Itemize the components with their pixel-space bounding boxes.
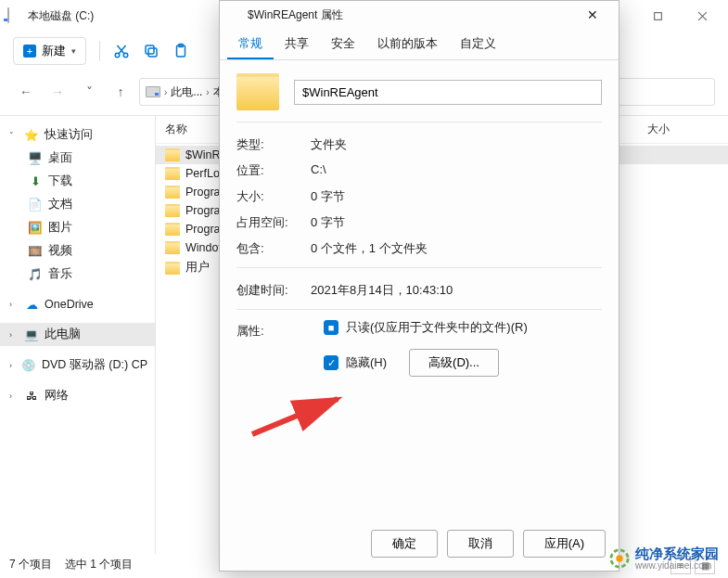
- breadcrumb-seg[interactable]: 此电...: [171, 84, 202, 100]
- pc-icon: 💻: [24, 328, 39, 342]
- watermark-icon: [609, 548, 630, 569]
- tab-general[interactable]: 常规: [227, 29, 274, 59]
- selected-count: 选中 1 个项目: [65, 557, 133, 572]
- drive-icon: [7, 8, 22, 23]
- apply-button[interactable]: 应用(A): [523, 530, 606, 558]
- sidebar-item-dvd[interactable]: ›💿DVD 驱动器 (D:) CP: [0, 353, 155, 377]
- folder-icon: [165, 262, 180, 275]
- value-contains: 0 个文件，1 个文件夹: [311, 240, 602, 257]
- hidden-label: 隐藏(H): [346, 354, 387, 371]
- paste-icon[interactable]: [172, 43, 189, 59]
- folder-name-input[interactable]: [294, 80, 602, 105]
- new-button[interactable]: + 新建 ▾: [13, 37, 86, 65]
- value-disk: 0 字节: [311, 214, 602, 231]
- readonly-checkbox[interactable]: ■: [324, 320, 338, 335]
- sidebar: ˅⭐快速访问 🖥️桌面 ⬇下载 📄文档 🖼️图片 🎞️视频 🎵音乐 ›☁OneD…: [0, 116, 156, 554]
- svg-rect-1: [654, 12, 661, 19]
- status-bar: 7 个项目 选中 1 个项目: [9, 557, 133, 572]
- label-location: 位置:: [236, 162, 311, 179]
- sidebar-item-desktop[interactable]: 🖥️桌面: [0, 147, 155, 170]
- sidebar-item-thispc[interactable]: ›💻此电脑: [0, 323, 155, 346]
- value-type: 文件夹: [311, 136, 602, 153]
- folder-icon: [236, 73, 279, 110]
- up-button[interactable]: ˅: [76, 79, 102, 105]
- sidebar-item-music[interactable]: 🎵音乐: [0, 263, 155, 286]
- folder-icon: [165, 204, 180, 217]
- value-size: 0 字节: [311, 188, 602, 205]
- separator: [99, 41, 100, 61]
- svg-line-7: [118, 45, 125, 54]
- svg-rect-9: [146, 45, 154, 54]
- sidebar-item-downloads[interactable]: ⬇下载: [0, 170, 155, 193]
- network-icon: 🖧: [24, 389, 39, 404]
- svg-rect-8: [148, 48, 157, 57]
- watermark-url: www.yidaimei.com: [635, 560, 719, 571]
- plus-icon: +: [23, 45, 36, 58]
- music-icon: 🎵: [28, 267, 43, 282]
- value-created: 2021年8月14日，10:43:10: [311, 282, 602, 299]
- sidebar-item-pictures[interactable]: 🖼️图片: [0, 216, 155, 239]
- folder-icon: [227, 7, 242, 22]
- label-disk: 占用空间:: [236, 214, 311, 231]
- col-size[interactable]: 大小: [647, 122, 712, 137]
- window-title: 本地磁盘 (C:): [28, 8, 94, 24]
- maximize-button[interactable]: [639, 3, 676, 29]
- watermark-title: 纯净系统家园: [635, 546, 719, 562]
- tab-sharing[interactable]: 共享: [274, 29, 320, 59]
- up-arrow-button[interactable]: ↑: [108, 79, 134, 105]
- properties-dialog: $WinREAgent 属性 ✕ 常规 共享 安全 以前的版本 自定义 类型:文…: [219, 0, 619, 572]
- tabs: 常规 共享 安全 以前的版本 自定义: [220, 29, 619, 60]
- close-button[interactable]: [683, 3, 721, 29]
- label-type: 类型:: [236, 136, 311, 153]
- sidebar-item-network[interactable]: ›🖧网络: [0, 384, 155, 407]
- folder-icon: [165, 148, 180, 161]
- back-button[interactable]: ←: [13, 79, 39, 105]
- picture-icon: 🖼️: [28, 221, 43, 236]
- sidebar-item-quick[interactable]: ˅⭐快速访问: [0, 123, 155, 147]
- cancel-button[interactable]: 取消: [447, 530, 514, 558]
- sidebar-item-onedrive[interactable]: ›☁OneDrive: [0, 293, 155, 315]
- dialog-title: $WinREAgent 属性: [248, 7, 343, 23]
- dvd-icon: 💿: [21, 358, 36, 373]
- desktop-icon: 🖥️: [28, 151, 43, 166]
- chevron-right-icon: ›: [206, 87, 209, 97]
- drive-icon: [146, 86, 160, 97]
- label-size: 大小:: [236, 188, 311, 205]
- folder-icon: [165, 223, 180, 236]
- forward-button[interactable]: →: [45, 79, 70, 105]
- hidden-checkbox[interactable]: ✓: [324, 355, 338, 370]
- sidebar-item-documents[interactable]: 📄文档: [0, 193, 155, 216]
- document-icon: 📄: [28, 198, 43, 212]
- svg-point-14: [616, 555, 622, 561]
- folder-icon: [165, 241, 180, 254]
- readonly-label: 只读(仅应用于文件夹中的文件)(R): [346, 319, 528, 336]
- value-location: C:\: [311, 162, 602, 179]
- download-icon: ⬇: [28, 174, 43, 189]
- cloud-icon: ☁: [24, 297, 39, 312]
- dialog-close-button[interactable]: ✕: [574, 2, 611, 28]
- star-icon: ⭐: [24, 128, 39, 143]
- ok-button[interactable]: 确定: [371, 530, 438, 558]
- label-created: 创建时间:: [236, 282, 311, 299]
- label-contains: 包含:: [236, 240, 311, 257]
- sidebar-item-videos[interactable]: 🎞️视频: [0, 239, 155, 263]
- folder-icon: [165, 186, 180, 199]
- item-count: 7 个项目: [9, 557, 52, 572]
- advanced-button[interactable]: 高级(D)...: [409, 349, 499, 377]
- tab-custom[interactable]: 自定义: [449, 29, 507, 59]
- dialog-footer: 确定 取消 应用(A): [220, 520, 619, 571]
- tab-previous[interactable]: 以前的版本: [366, 29, 449, 59]
- chevron-right-icon: ›: [164, 87, 167, 97]
- copy-icon[interactable]: [143, 43, 160, 59]
- label-attributes: 属性:: [236, 319, 311, 340]
- svg-line-6: [119, 45, 126, 54]
- dialog-titlebar: $WinREAgent 属性 ✕: [220, 1, 619, 29]
- tab-security[interactable]: 安全: [320, 29, 366, 59]
- new-label: 新建: [42, 43, 66, 59]
- chevron-down-icon: ▾: [71, 46, 76, 56]
- video-icon: 🎞️: [28, 244, 43, 259]
- folder-icon: [165, 167, 180, 180]
- watermark: 纯净系统家园 www.yidaimei.com: [609, 546, 719, 572]
- cut-icon[interactable]: [113, 43, 130, 59]
